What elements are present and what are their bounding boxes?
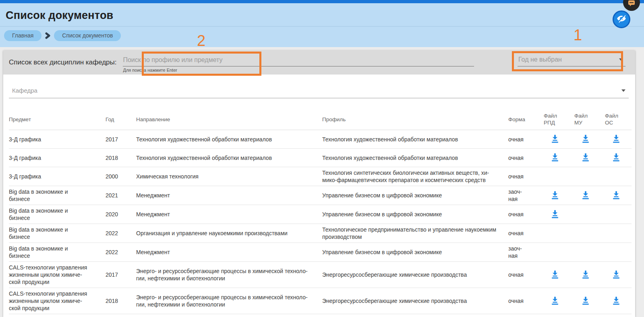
cell-form: очная	[508, 149, 540, 167]
cell-subject: 3-Д графика	[9, 167, 106, 186]
table-row: CALS-технологии управления жизненным цик…	[9, 262, 632, 288]
file-download-cell	[601, 243, 632, 262]
download-icon[interactable]	[581, 269, 590, 279]
year-select[interactable]: Год не выбран	[518, 56, 625, 66]
file-download-cell	[570, 149, 601, 167]
year-select-value: Год не выбран	[518, 56, 562, 63]
download-icon[interactable]	[551, 190, 559, 199]
documents-table: Предмет Год Направление Профиль Форма Фа…	[9, 109, 632, 314]
cell-profile: Технология художественной обработки мате…	[322, 149, 508, 167]
download-icon[interactable]	[551, 296, 559, 305]
download-icon[interactable]	[581, 152, 590, 162]
download-icon[interactable]	[612, 134, 621, 143]
chevron-down-icon	[619, 58, 623, 61]
download-icon[interactable]	[551, 134, 559, 143]
file-download-cell	[540, 224, 570, 243]
file-download-cell	[570, 243, 601, 262]
page-header: Список документов Главная Список докумен…	[0, 3, 644, 47]
table-row: 3-Д графика2000Химическая технологияТехн…	[9, 167, 632, 186]
file-download-cell	[570, 262, 601, 288]
accessibility-mode-button[interactable]	[613, 10, 630, 28]
content-card: Список всех дисциплин кафедры: Для поиск…	[3, 50, 635, 317]
cell-direction: Менеджмент	[136, 186, 322, 205]
cell-subject: 3-Д графика	[9, 130, 106, 149]
cell-direction: Менеджмент	[136, 243, 322, 262]
file-download-cell	[540, 186, 570, 205]
cell-subject: Big data в экономике и бизнесе	[9, 224, 106, 243]
file-download-cell	[570, 205, 601, 224]
download-icon[interactable]	[551, 152, 559, 162]
breadcrumb-current[interactable]: Список документов	[54, 30, 121, 41]
file-download-cell	[601, 186, 632, 205]
file-download-cell	[540, 205, 570, 224]
download-icon[interactable]	[551, 209, 559, 218]
cell-year: 2017	[106, 130, 136, 149]
col-header-file-os: Файл ОС	[601, 109, 632, 130]
download-icon[interactable]	[612, 152, 621, 162]
file-download-cell	[540, 288, 570, 314]
cell-profile: Управление бизнесом в цифровой экономике	[322, 205, 508, 224]
download-icon[interactable]	[581, 190, 590, 199]
download-icon[interactable]	[551, 269, 559, 279]
breadcrumb-home[interactable]: Главная	[4, 30, 41, 41]
cell-subject: Big data в экономике и бизнесе	[9, 186, 106, 205]
file-download-cell	[540, 149, 570, 167]
file-download-cell	[570, 167, 601, 186]
file-download-cell	[601, 288, 632, 314]
chat-bubble-icon	[628, 0, 635, 8]
col-header-direction: Направление	[136, 109, 322, 130]
download-icon[interactable]	[612, 190, 621, 199]
file-download-cell	[570, 224, 601, 243]
cell-form: очная	[508, 288, 540, 314]
col-header-profile: Профиль	[322, 109, 508, 130]
chevron-right-icon	[45, 32, 50, 39]
cell-year: 2018	[106, 149, 136, 167]
file-download-cell	[570, 186, 601, 205]
cell-year: 2022	[106, 243, 136, 262]
cell-direction: Энерго- и ресурсосберегающие процессы в …	[136, 262, 322, 288]
cell-form: очная	[508, 224, 540, 243]
cell-direction: Химическая технология	[136, 167, 322, 186]
cell-form: очная	[508, 167, 540, 186]
download-icon[interactable]	[612, 296, 621, 305]
chevron-down-icon	[621, 89, 625, 92]
department-select[interactable]: Кафедра	[9, 87, 629, 98]
download-icon[interactable]	[581, 134, 590, 143]
download-icon[interactable]	[612, 269, 621, 279]
cell-form: очная	[508, 262, 540, 288]
file-download-cell	[601, 130, 632, 149]
table-row: Big data в экономике и бизнесе2022Органи…	[9, 224, 632, 243]
cell-direction: Менеджмент	[136, 205, 322, 224]
file-download-cell	[540, 130, 570, 149]
col-header-file-mu: Файл МУ	[570, 109, 601, 130]
documents-table-body: 3-Д графика2017Технология художественной…	[9, 130, 632, 314]
cell-subject: CALS-технологии управления жизненным цик…	[9, 288, 106, 314]
cell-direction: Энерго- и ресурсосберегающие процессы в …	[136, 288, 322, 314]
search-input[interactable]	[123, 56, 474, 66]
file-download-cell	[601, 224, 632, 243]
download-icon[interactable]	[581, 296, 590, 305]
file-download-cell	[570, 130, 601, 149]
file-download-cell	[601, 149, 632, 167]
table-row: Big data в экономике и бизнесе2022Менедж…	[9, 243, 632, 262]
cell-direction: Технология художественной обработки мате…	[136, 149, 322, 167]
col-header-subject: Предмет	[9, 109, 106, 130]
cell-form: заоч- ная	[508, 243, 540, 262]
cell-year: 2022	[106, 224, 136, 243]
filter-label: Список всех дисциплин кафедры:	[9, 58, 116, 66]
table-header-row: Предмет Год Направление Профиль Форма Фа…	[9, 109, 632, 130]
file-download-cell	[601, 262, 632, 288]
cell-form: очная	[508, 205, 540, 224]
file-download-cell	[570, 288, 601, 314]
cell-year: 2018	[106, 288, 136, 314]
col-header-form: Форма	[508, 109, 540, 130]
cell-subject: Big data в экономике и бизнесе	[9, 205, 106, 224]
cell-form: очная	[508, 130, 540, 149]
eye-off-icon	[616, 13, 627, 25]
cell-direction: Технология художественной обработки мате…	[136, 130, 322, 149]
file-download-cell	[601, 205, 632, 224]
table-row: 3-Д графика2017Технология художественной…	[9, 130, 632, 149]
cell-profile: Энергоресурсосберегающие химические прои…	[322, 288, 508, 314]
cell-profile: Управление бизнесом в цифровой экономике	[322, 243, 508, 262]
cell-subject: CALS-технологии управления жизненным цик…	[9, 262, 106, 288]
